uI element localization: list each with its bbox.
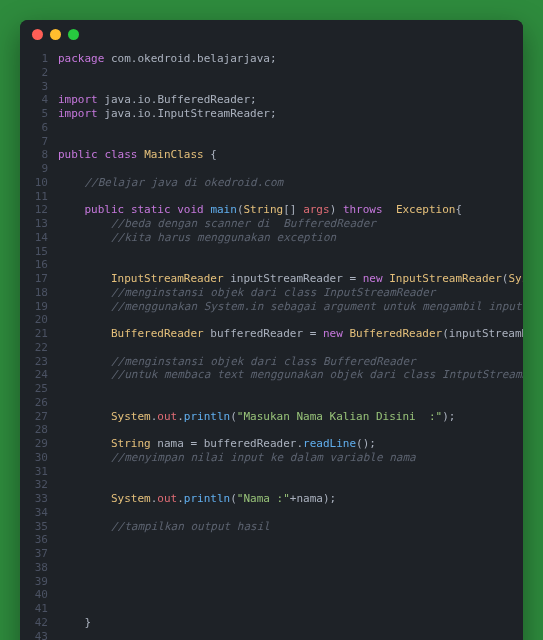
- line-number: 13: [20, 217, 58, 231]
- code-line: 3: [20, 80, 523, 94]
- line-content: [58, 506, 523, 520]
- line-number: 35: [20, 520, 58, 534]
- line-number: 15: [20, 245, 58, 259]
- line-number: 36: [20, 533, 58, 547]
- line-number: 33: [20, 492, 58, 506]
- line-content: [58, 80, 523, 94]
- line-content: [58, 66, 523, 80]
- code-line: 34: [20, 506, 523, 520]
- code-line: 43: [20, 630, 523, 641]
- code-line: 29 String nama = bufferedReader.readLine…: [20, 437, 523, 451]
- code-area: 1package com.okedroid.belajarjava;2 3 4i…: [20, 48, 523, 640]
- line-content: //menginstansi objek dari class InputStr…: [58, 286, 523, 300]
- line-number: 14: [20, 231, 58, 245]
- code-line: 33 System.out.println("Nama :"+nama);: [20, 492, 523, 506]
- code-line: 25: [20, 382, 523, 396]
- close-icon[interactable]: [32, 29, 43, 40]
- line-number: 26: [20, 396, 58, 410]
- line-number: 17: [20, 272, 58, 286]
- code-line: 13 //beda dengan scanner di BufferedRead…: [20, 217, 523, 231]
- line-number: 24: [20, 368, 58, 382]
- code-line: 4import java.io.BufferedReader;: [20, 93, 523, 107]
- line-content: [58, 561, 523, 575]
- line-content: String nama = bufferedReader.readLine();: [58, 437, 523, 451]
- code-line: 37: [20, 547, 523, 561]
- line-content: package com.okedroid.belajarjava;: [58, 52, 523, 66]
- line-content: [58, 135, 523, 149]
- code-line: 12 public static void main(String[] args…: [20, 203, 523, 217]
- line-number: 1: [20, 52, 58, 66]
- line-number: 2: [20, 66, 58, 80]
- line-content: [58, 396, 523, 410]
- line-content: //menginstansi objek dari class Buffered…: [58, 355, 523, 369]
- line-content: }: [58, 616, 523, 630]
- line-content: [58, 575, 523, 589]
- code-line: 42 }: [20, 616, 523, 630]
- line-number: 7: [20, 135, 58, 149]
- code-line: 30 //menyimpan nilai input ke dalam vari…: [20, 451, 523, 465]
- line-content: import java.io.BufferedReader;: [58, 93, 523, 107]
- line-number: 31: [20, 465, 58, 479]
- line-content: [58, 382, 523, 396]
- line-number: 19: [20, 300, 58, 314]
- line-number: 16: [20, 258, 58, 272]
- line-content: //tampilkan output hasil: [58, 520, 523, 534]
- code-line: 11: [20, 190, 523, 204]
- line-number: 39: [20, 575, 58, 589]
- line-number: 4: [20, 93, 58, 107]
- code-line: 19 //menggunakan System.in sebagai argum…: [20, 300, 523, 314]
- code-line: 36: [20, 533, 523, 547]
- line-number: 42: [20, 616, 58, 630]
- zoom-icon[interactable]: [68, 29, 79, 40]
- line-content: //beda dengan scanner di BufferedReader: [58, 217, 523, 231]
- code-line: 22: [20, 341, 523, 355]
- line-content: //kita harus menggunakan exception: [58, 231, 523, 245]
- line-number: 20: [20, 313, 58, 327]
- code-line: 6: [20, 121, 523, 135]
- code-line: 26: [20, 396, 523, 410]
- code-line: 31: [20, 465, 523, 479]
- code-line: 10 //Belajar java di okedroid.com: [20, 176, 523, 190]
- line-content: public static void main(String[] args) t…: [58, 203, 523, 217]
- code-line: 16: [20, 258, 523, 272]
- line-number: 23: [20, 355, 58, 369]
- line-number: 29: [20, 437, 58, 451]
- line-number: 5: [20, 107, 58, 121]
- line-content: [58, 341, 523, 355]
- line-content: [58, 630, 523, 641]
- line-number: 9: [20, 162, 58, 176]
- code-window: 1package com.okedroid.belajarjava;2 3 4i…: [20, 20, 523, 640]
- line-number: 10: [20, 176, 58, 190]
- line-number: 11: [20, 190, 58, 204]
- code-line: 23 //menginstansi objek dari class Buffe…: [20, 355, 523, 369]
- line-number: 41: [20, 602, 58, 616]
- line-content: [58, 121, 523, 135]
- line-content: InputStreamReader inputStreamReader = ne…: [58, 272, 523, 286]
- code-line: 20: [20, 313, 523, 327]
- code-line: 28: [20, 423, 523, 437]
- code-line: 32: [20, 478, 523, 492]
- line-content: //menyimpan nilai input ke dalam variabl…: [58, 451, 523, 465]
- line-content: System.out.println("Masukan Nama Kalian …: [58, 410, 523, 424]
- line-content: BufferedReader bufferedReader = new Buff…: [58, 327, 523, 341]
- titlebar: [20, 20, 523, 48]
- code-line: 17 InputStreamReader inputStreamReader =…: [20, 272, 523, 286]
- line-content: [58, 533, 523, 547]
- line-number: 8: [20, 148, 58, 162]
- code-line: 7: [20, 135, 523, 149]
- code-line: 18 //menginstansi objek dari class Input…: [20, 286, 523, 300]
- line-number: 43: [20, 630, 58, 641]
- line-content: //untuk membaca text menggunakan objek d…: [58, 368, 523, 382]
- line-content: import java.io.InputStreamReader;: [58, 107, 523, 121]
- line-content: [58, 245, 523, 259]
- code-line: 15: [20, 245, 523, 259]
- code-line: 38: [20, 561, 523, 575]
- code-line: 2: [20, 66, 523, 80]
- line-content: [58, 190, 523, 204]
- line-number: 37: [20, 547, 58, 561]
- line-content: //menggunakan System.in sebagai argument…: [58, 300, 523, 314]
- code-line: 5import java.io.InputStreamReader;: [20, 107, 523, 121]
- line-number: 21: [20, 327, 58, 341]
- line-content: [58, 423, 523, 437]
- minimize-icon[interactable]: [50, 29, 61, 40]
